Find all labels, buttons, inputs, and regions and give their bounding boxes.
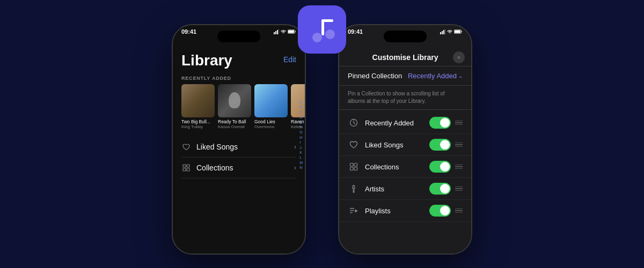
collections-toggle-label: Collections <box>365 163 429 171</box>
liked-songs-toggle-label: Liked Songs <box>365 141 429 149</box>
drag-handle-artists <box>455 187 463 191</box>
wifi-icon-right <box>447 29 452 34</box>
signal-icon-right <box>440 29 445 34</box>
right-phone-screen: Customise Library × Pinned Collection Re… <box>339 25 471 254</box>
alpha-l[interactable]: L <box>299 155 303 160</box>
svg-rect-29 <box>350 210 354 211</box>
modal-header: Customise Library × <box>339 48 471 66</box>
left-phone: 09:41 Library Edit RECENTLY ADDED Two Bi… <box>172 24 306 255</box>
svg-point-1 <box>325 29 335 39</box>
svg-rect-10 <box>295 31 296 32</box>
alpha-a[interactable]: A <box>299 100 303 105</box>
svg-rect-4 <box>274 32 275 34</box>
drag-handle-playlists <box>455 209 463 213</box>
alpha-f[interactable]: F <box>299 125 303 130</box>
library-header: Library Edit <box>173 48 305 71</box>
drag-handle-liked-songs <box>455 143 463 147</box>
svg-rect-15 <box>440 32 441 34</box>
toggle-item-artists: Artists <box>339 178 471 200</box>
list-item-collections[interactable]: Collections › <box>181 158 296 178</box>
alpha-c[interactable]: C <box>299 110 303 115</box>
album-art-0 <box>181 84 215 117</box>
alpha-d[interactable]: D <box>299 115 303 120</box>
toggle-item-playlists: Playlists <box>339 200 471 222</box>
svg-rect-30 <box>350 212 353 213</box>
album-item-0[interactable]: Two Big Bull... King Tubby <box>181 84 215 129</box>
mic-icon <box>348 183 360 195</box>
battery-icon-right <box>454 29 463 34</box>
artists-toggle-label: Artists <box>365 185 429 193</box>
artists-toggle[interactable] <box>429 183 451 195</box>
svg-rect-18 <box>445 29 445 34</box>
list-item-liked-songs-left: Liked Songs <box>181 142 238 152</box>
chevron-right-collections: › <box>294 164 296 172</box>
svg-rect-28 <box>350 208 354 209</box>
dynamic-island-right <box>384 31 427 42</box>
close-icon: × <box>457 54 460 61</box>
grid-icon <box>181 163 191 173</box>
status-icons-right <box>440 29 463 34</box>
status-icons-left <box>274 29 296 34</box>
liked-songs-label: Liked Songs <box>196 143 238 151</box>
album-artist-3: Kelela <box>291 124 305 129</box>
album-item-3[interactable]: Raven Kelela <box>291 84 305 129</box>
alpha-h[interactable]: H <box>299 136 303 140</box>
album-name-2: Good Lies <box>254 119 288 124</box>
collections-label: Collections <box>196 163 233 172</box>
pinned-value-text: Recently Added <box>408 72 457 80</box>
svg-rect-24 <box>354 163 357 167</box>
alpha-g[interactable]: G <box>299 130 303 135</box>
album-item-1[interactable]: Ready To Ball Kassa Overall <box>218 84 251 129</box>
alphabet-sidebar[interactable]: A B C D E F G H I J K L M N <box>299 100 303 170</box>
alpha-j[interactable]: J <box>299 146 303 150</box>
status-time-right: 09:41 <box>348 28 363 35</box>
toggle-item-collections: Collections <box>339 156 471 178</box>
list-item-liked-songs[interactable]: Liked Songs › <box>181 137 296 158</box>
modal-close-button[interactable]: × <box>453 51 465 63</box>
album-grid: Two Big Bull... King Tubby Ready To Ball… <box>173 84 305 129</box>
edit-button[interactable]: Edit <box>283 55 296 64</box>
alpha-n[interactable]: N <box>299 166 303 170</box>
toggle-item-recently-added: Recently Added <box>339 112 471 134</box>
album-art-2 <box>254 84 288 117</box>
svg-rect-9 <box>288 31 294 33</box>
drag-handle-recently-added <box>455 121 463 125</box>
alpha-b[interactable]: B <box>299 105 303 109</box>
album-artist-1: Kassa Overall <box>218 124 251 129</box>
svg-rect-6 <box>277 30 278 34</box>
svg-rect-7 <box>279 29 279 34</box>
wifi-icon-left <box>281 29 286 34</box>
album-art-1 <box>218 84 251 117</box>
svg-rect-12 <box>187 165 189 167</box>
svg-rect-25 <box>350 167 354 170</box>
svg-rect-11 <box>183 165 186 167</box>
recently-added-toggle[interactable] <box>429 117 451 129</box>
pinned-collection-value[interactable]: Recently Added ⌄ <box>408 72 463 80</box>
album-item-2[interactable]: Good Lies Overmono <box>254 84 288 129</box>
liked-songs-toggle[interactable] <box>429 139 451 151</box>
album-name-0: Two Big Bull... <box>181 119 215 124</box>
phones-container: 09:41 Library Edit RECENTLY ADDED Two Bi… <box>172 24 472 255</box>
recently-added-label: RECENTLY ADDED <box>173 71 305 84</box>
album-artist-2: Overmono <box>254 124 288 129</box>
alpha-i[interactable]: I <box>299 140 303 145</box>
library-title: Library <box>181 52 232 69</box>
collections-toggle[interactable] <box>429 161 451 173</box>
svg-rect-23 <box>350 163 354 167</box>
alpha-e[interactable]: E <box>299 121 303 125</box>
svg-rect-5 <box>275 31 276 34</box>
album-name-3: Raven <box>291 119 305 124</box>
status-time-left: 09:41 <box>181 28 196 35</box>
drag-handle-collections <box>455 165 463 169</box>
heart-icon <box>181 142 191 152</box>
pinned-collection-row[interactable]: Pinned Collection Recently Added ⌄ <box>339 66 471 86</box>
svg-rect-26 <box>354 167 357 170</box>
app-icon-wrapper <box>298 5 346 54</box>
album-artist-0: King Tubby <box>181 124 215 129</box>
svg-rect-3 <box>321 19 333 22</box>
modal-title: Customise Library <box>372 53 438 62</box>
alpha-k[interactable]: K <box>299 151 303 155</box>
library-list: Liked Songs › Collections › <box>173 137 305 178</box>
playlists-toggle[interactable] <box>429 205 451 217</box>
alpha-m[interactable]: M <box>299 161 303 165</box>
